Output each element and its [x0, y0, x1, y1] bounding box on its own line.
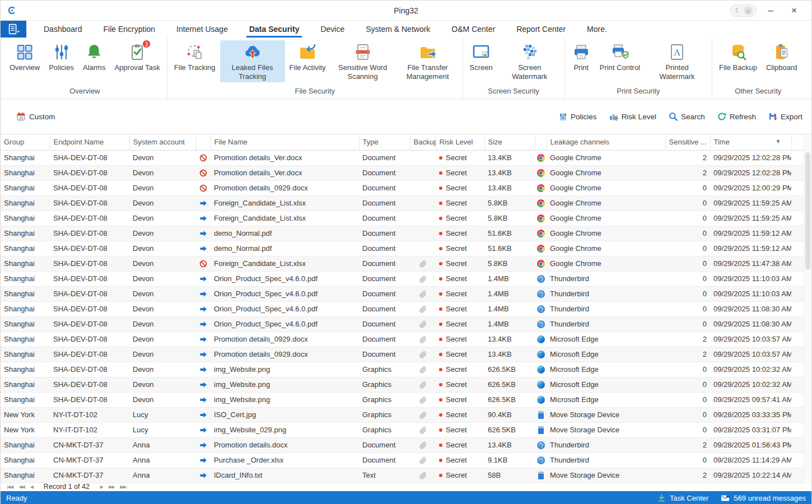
table-row[interactable]: ShanghaiSHA-DEV-DT-08DevonPromotion deta…: [1, 180, 805, 195]
table-row[interactable]: ShanghaiSHA-DEV-DT-08Devonimg_Website.pn…: [1, 377, 805, 392]
paperclip-icon: [419, 381, 427, 389]
table-row[interactable]: ShanghaiSHA-DEV-DT-08DevonOrion_Product_…: [1, 286, 805, 301]
document-a-icon: A: [668, 43, 687, 62]
cell-group: Shanghai: [1, 362, 50, 377]
tab-om-center[interactable]: O&M Center: [441, 21, 506, 38]
ribbon-file-transfer-management-button[interactable]: File Transfer Management: [395, 40, 460, 82]
col-header-risk-level[interactable]: Risk Level: [436, 134, 484, 150]
col-header-backup[interactable]: Backup: [410, 134, 436, 150]
col-header-size[interactable]: Size: [484, 134, 535, 150]
ribbon-screen-watermark-button[interactable]: Screen Watermark: [497, 40, 562, 82]
table-row[interactable]: ShanghaiSHA-DEV-DT-08DevonOrion_Product_…: [1, 271, 805, 286]
table-row[interactable]: ShanghaiSHA-DEV-DT-08DevonPromotion deta…: [1, 347, 805, 362]
tab-device[interactable]: Device: [310, 21, 355, 38]
table-row[interactable]: ShanghaiSHA-DEV-DT-08DevonOrion_Product_…: [1, 316, 805, 332]
tab-report-center[interactable]: Report Center: [506, 21, 576, 38]
col-header-endpoint-name[interactable]: Endpoint Name: [50, 134, 129, 150]
prev-page-button[interactable]: ◀◀: [18, 484, 24, 489]
table-row[interactable]: ShanghaiSHA-DEV-DT-08Devonimg_Website.pn…: [1, 362, 805, 377]
col-header-channel-icon[interactable]: [535, 134, 547, 150]
prev-record-button[interactable]: ◀: [30, 484, 33, 489]
ribbon-printed-watermark-button[interactable]: A Printed Watermark: [645, 40, 710, 82]
ribbon-screen-button[interactable]: Screen: [465, 40, 497, 73]
ribbon-clipboard-button[interactable]: Clipboard: [762, 40, 802, 73]
cell-type: Document: [359, 332, 410, 347]
ribbon-print-button[interactable]: Print: [567, 40, 595, 73]
cell-endpoint-name: NY-IT-DT-102: [50, 407, 129, 422]
moon-icon[interactable]: ☾: [734, 6, 743, 15]
risk-level-button[interactable]: Risk Level: [609, 112, 656, 121]
tab-more[interactable]: More.: [576, 21, 618, 38]
table-row[interactable]: ShanghaiCN-MKT-DT-37AnnaPromotion detail…: [1, 437, 805, 452]
table-row[interactable]: ShanghaiSHA-DEV-DT-08DevonForeign_Candid…: [1, 195, 805, 211]
table-row[interactable]: ShanghaiSHA-DEV-DT-08DevonPromotion deta…: [1, 165, 805, 180]
ribbon-print-control-button[interactable]: Print Control: [595, 40, 645, 73]
sun-icon[interactable]: ☼: [744, 6, 753, 15]
table-row[interactable]: ShanghaiCN-MKT-DT-37AnnaIDcard_INfo.txtT…: [1, 468, 805, 483]
leaked-cloud-icon: [243, 43, 262, 62]
first-record-button[interactable]: |◀◀: [7, 484, 13, 489]
cell-file-name: ISO_Cert.jpg: [211, 407, 359, 422]
ribbon-policies-button[interactable]: Policies: [44, 40, 78, 73]
tab-data-security[interactable]: Data Security: [239, 21, 310, 38]
ribbon-file-tracking-button[interactable]: File Tracking: [170, 40, 220, 73]
ribbon-overview-button[interactable]: Overview: [5, 40, 44, 73]
next-page-button[interactable]: ▶▶: [109, 484, 114, 489]
col-header-file-icon[interactable]: [195, 134, 211, 150]
search-button[interactable]: Search: [669, 112, 705, 121]
policies-button[interactable]: Policies: [559, 113, 597, 121]
col-header-group[interactable]: Group: [1, 134, 50, 150]
col-header-type[interactable]: Type: [359, 134, 410, 150]
tab-internet-usage[interactable]: Internet Usage: [166, 21, 239, 38]
table-row[interactable]: ShanghaiSHA-DEV-DT-08DevonForeign_Candid…: [1, 211, 805, 226]
custom-date-button[interactable]: 23 Custom: [16, 112, 55, 121]
col-header-time[interactable]: Time▼: [710, 134, 791, 150]
table-row[interactable]: ShanghaiSHA-DEV-DT-08DevonPromotion deta…: [1, 150, 805, 165]
app-menu-button[interactable]: [1, 21, 26, 38]
close-button[interactable]: ×: [785, 3, 804, 18]
col-header-system-account[interactable]: System account: [129, 134, 195, 150]
col-header-sensitive[interactable]: Sensitive ...: [665, 134, 710, 150]
ribbon-file-activity-button[interactable]: File Activity: [285, 40, 330, 73]
sent-arrow-icon: [199, 472, 207, 479]
table-row[interactable]: New YorkNY-IT-DT-102Lucyimg_Website_029.…: [1, 422, 805, 437]
sort-descending-icon[interactable]: ▼: [776, 138, 781, 144]
col-header-file-name[interactable]: File Name: [211, 134, 359, 150]
cell-backup: [410, 377, 436, 392]
next-record-button[interactable]: ▶: [100, 484, 103, 489]
export-button[interactable]: Export: [768, 112, 802, 121]
table-row[interactable]: ShanghaiCN-MKT-DT-37AnnaPurchase _Order.…: [1, 452, 805, 468]
paperclip-icon: [419, 396, 427, 404]
unread-messages-button[interactable]: 569 unread messages: [721, 494, 806, 502]
ribbon-alarms-button[interactable]: Alarms: [78, 40, 110, 73]
refresh-button[interactable]: Refresh: [717, 112, 756, 121]
ribbon-leaked-files-tracking-button[interactable]: Leaked Files Tracking: [220, 40, 285, 82]
table-row[interactable]: ShanghaiSHA-DEV-DT-08Devonimg_Website.pn…: [1, 392, 805, 407]
last-record-button[interactable]: ▶▶|: [120, 484, 126, 489]
tab-dashboard[interactable]: Dashboard: [33, 21, 93, 38]
task-center-button[interactable]: Task Center: [657, 494, 708, 502]
table-row[interactable]: ShanghaiSHA-DEV-DT-08DevonForeign_Candid…: [1, 256, 805, 271]
table-row[interactable]: ShanghaiSHA-DEV-DT-08Devondemo_Normal.pd…: [1, 241, 805, 256]
table-row[interactable]: ShanghaiSHA-DEV-DT-08DevonPromotion deta…: [1, 332, 805, 347]
tab-file-encryption[interactable]: File Encryption: [93, 21, 166, 38]
minimize-button[interactable]: –: [761, 3, 780, 18]
ribbon-file-backup-button[interactable]: File Backup: [715, 40, 762, 73]
cell-size: 90.4KB: [484, 407, 535, 422]
ribbon-sensitive-word-scanning-button[interactable]: Sensitive Word Scanning: [330, 40, 395, 82]
table-row[interactable]: New YorkNY-IT-DT-102LucyISO_Cert.jpgGrap…: [1, 407, 805, 422]
tab-system-network[interactable]: System & Network: [355, 21, 441, 38]
sent-arrow-icon: [199, 335, 207, 343]
table-row[interactable]: ShanghaiSHA-DEV-DT-08Devondemo_Normal.pd…: [1, 226, 805, 241]
col-header-leakage-channels[interactable]: Leakage channels: [547, 134, 665, 150]
cell-leakage-channel: Microsoft Edge: [547, 377, 665, 392]
cell-time: 09/29/2025 10:02:32 AM: [710, 362, 791, 377]
ribbon-approval-task-button[interactable]: 3 Approval Task: [110, 40, 164, 73]
scrollbar-thumb[interactable]: [805, 152, 810, 270]
cell-spacer: [791, 452, 805, 468]
table-row[interactable]: ShanghaiSHA-DEV-DT-08DevonOrion_Product_…: [1, 301, 805, 316]
cell-time: 09/29/2025 09:57:41 AM: [710, 392, 791, 407]
cell-backup: [410, 362, 436, 377]
theme-toggle[interactable]: ☾ ☼: [730, 4, 757, 17]
vertical-scrollbar[interactable]: [804, 134, 811, 483]
